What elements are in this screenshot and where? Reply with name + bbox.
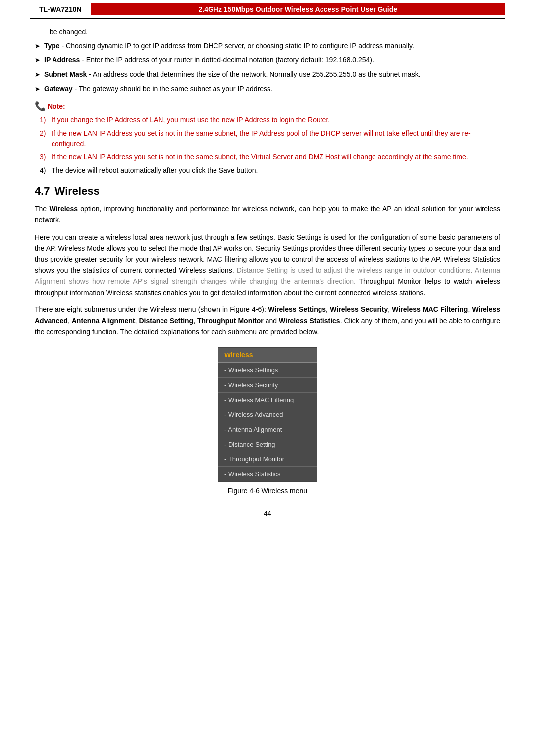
submenu-8: Wireless Statistics (279, 317, 340, 325)
note-num: 1) (40, 115, 52, 125)
section-title: Wireless (55, 185, 100, 197)
menu-header: Wireless (218, 348, 317, 363)
arrow-icon: ➤ (35, 84, 40, 94)
menu-item-wireless-settings[interactable]: - Wireless Settings (218, 363, 317, 378)
menu-item-wireless-advanced[interactable]: - Wireless Advanced (218, 407, 317, 422)
header-title: 2.4GHz 150Mbps Outdoor Wireless Access P… (91, 3, 505, 15)
note-num: 3) (40, 152, 52, 162)
list-item-label: IP Address (44, 56, 80, 64)
menu-figure: Wireless - Wireless Settings - Wireless … (35, 347, 500, 495)
page: TL-WA7210N 2.4GHz 150Mbps Outdoor Wirele… (0, 0, 535, 756)
section-heading: 4.7Wireless (35, 185, 500, 198)
paragraph-2: Here you can create a wireless local are… (35, 232, 500, 298)
note-text: If you change the IP Address of LAN, you… (52, 115, 330, 125)
arrow-icon: ➤ (35, 70, 40, 80)
note-text: If the new LAN IP Address you set is not… (52, 128, 500, 149)
submenu-6: Distance Setting (139, 317, 193, 325)
submenu-5: Antenna Alignment (72, 317, 135, 325)
note-item-2: 2) If the new LAN IP Address you set is … (40, 128, 500, 149)
arrow-icon: ➤ (35, 41, 40, 51)
header-bar: TL-WA7210N 2.4GHz 150Mbps Outdoor Wirele… (30, 0, 505, 19)
note-item-4: 4) The device will reboot automatically … (40, 165, 500, 176)
submenu-1: Wireless Settings (268, 305, 326, 313)
figure-caption: Figure 4-6 Wireless menu (228, 487, 307, 495)
note-num: 4) (40, 165, 52, 176)
list-item-text: Type - Choosing dynamic IP to get IP add… (44, 41, 414, 51)
list-item-label: Gateway (44, 85, 73, 93)
note-item-3: 3) If the new LAN IP Address you set is … (40, 152, 500, 162)
gray-text: Distance Setting is used to adjust the w… (35, 266, 500, 285)
note-icon: 📞 (35, 101, 46, 112)
note-item-1: 1) If you change the IP Address of LAN, … (40, 115, 500, 125)
menu-item-distance-setting[interactable]: - Distance Setting (218, 437, 317, 452)
note-text: The device will reboot automatically aft… (52, 165, 258, 176)
menu-item-antenna-alignment[interactable]: - Antenna Alignment (218, 422, 317, 437)
be-changed-text: be changed. (50, 28, 500, 36)
submenu-2: Wireless Security (330, 305, 388, 313)
bullet-list: ➤ Type - Choosing dynamic IP to get IP a… (35, 41, 500, 94)
note-num: 2) (40, 128, 52, 149)
menu-item-wireless-security[interactable]: - Wireless Security (218, 378, 317, 393)
content-area: be changed. ➤ Type - Choosing dynamic IP… (30, 28, 505, 517)
list-item-text: IP Address - Enter the IP address of you… (44, 55, 374, 65)
list-item-label: Subnet Mask (44, 70, 87, 78)
note-section: 📞 Note: 1) If you change the IP Address … (35, 101, 500, 176)
submenu-3: Wireless MAC Filtering (392, 305, 468, 313)
page-number: 44 (35, 509, 500, 517)
header-model: TL-WA7210N (30, 3, 91, 15)
note-list: 1) If you change the IP Address of LAN, … (40, 115, 500, 176)
menu-item-wireless-statistics[interactable]: - Wireless Statistics (218, 467, 317, 481)
menu-item-wireless-mac-filtering[interactable]: - Wireless MAC Filtering (218, 393, 317, 407)
list-item: ➤ Subnet Mask - An address code that det… (35, 69, 500, 80)
wireless-bold: Wireless (49, 205, 77, 213)
list-item: ➤ Gateway - The gateway should be in the… (35, 84, 500, 94)
paragraph-1: The Wireless option, improving functiona… (35, 203, 500, 226)
list-item-text: Gateway - The gateway should be in the s… (44, 84, 272, 94)
menu-item-throughput-monitor[interactable]: - Throughput Monitor (218, 452, 317, 467)
submenu-7: Throughput Monitor (197, 317, 264, 325)
list-item-label: Type (44, 42, 60, 50)
list-item: ➤ Type - Choosing dynamic IP to get IP a… (35, 41, 500, 51)
menu-box: Wireless - Wireless Settings - Wireless … (218, 347, 317, 482)
note-text: If the new LAN IP Address you set is not… (52, 152, 468, 162)
paragraph-3: There are eight submenus under the Wirel… (35, 304, 500, 337)
list-item-text: Subnet Mask - An address code that deter… (44, 69, 421, 80)
list-item: ➤ IP Address - Enter the IP address of y… (35, 55, 500, 65)
section-number: 4.7 (35, 185, 50, 197)
arrow-icon: ➤ (35, 55, 40, 65)
note-label: 📞 Note: (35, 101, 500, 112)
note-label-text: Note: (48, 102, 65, 110)
